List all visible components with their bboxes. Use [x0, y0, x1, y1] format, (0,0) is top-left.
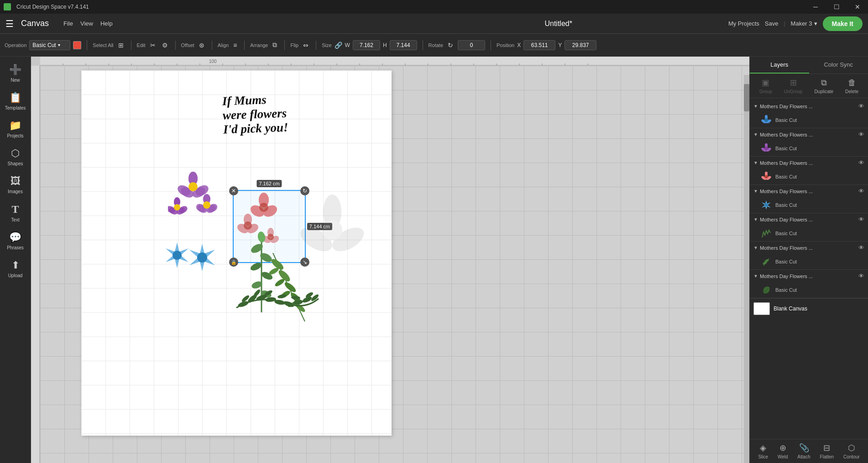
sidebar-item-text[interactable]: T Text — [2, 200, 29, 226]
layer-basic-cut-6: Basic Cut — [775, 259, 864, 264]
layer-item-3[interactable]: Basic Cut — [750, 169, 868, 184]
edit-button2[interactable]: ⚙ — [160, 41, 170, 50]
aspect-lock-handle[interactable]: 🔒 — [229, 258, 238, 267]
edit-label: Edit — [137, 42, 146, 48]
layer-thumb-5 — [761, 228, 772, 239]
layer-item-1[interactable]: Basic Cut — [750, 112, 868, 128]
eye-icon-3[interactable]: 👁 — [858, 159, 864, 166]
offset-button[interactable]: ⊛ — [197, 41, 206, 50]
arrange-group: Arrange ⧉ — [250, 40, 285, 50]
canvas-area[interactable]: 100 — [31, 57, 749, 463]
select-all-group: Select All ⊞ — [93, 41, 131, 50]
canvas-content[interactable]: If Mumswere flowersI'd pick you! — [40, 66, 749, 463]
align-button[interactable]: ≡ — [231, 41, 239, 50]
sidebar-item-upload[interactable]: ⬆ Upload — [2, 256, 29, 282]
arrange-button[interactable]: ⧉ — [271, 40, 279, 50]
sidebar-label-phrases: Phrases — [7, 245, 24, 250]
operation-select[interactable]: Basic Cut ▾ — [29, 40, 70, 50]
select-all-button[interactable]: ⊞ — [116, 41, 125, 50]
canvas-scrollbar-vertical[interactable] — [744, 75, 749, 463]
canvas-text-element[interactable]: If Mumswere flowersI'd pick you! — [222, 92, 288, 137]
height-input[interactable] — [390, 40, 417, 50]
machine-selector[interactable]: Maker 3 ▾ — [791, 20, 817, 27]
layer-header-2[interactable]: ▼ Mothers Day Flowers ... 👁 — [750, 128, 868, 141]
width-input[interactable] — [353, 40, 380, 50]
svg-point-104 — [291, 295, 301, 300]
rotate-input[interactable] — [458, 40, 485, 50]
attach-tool[interactable]: 📎 Attach — [797, 443, 810, 459]
sidebar-label-upload: Upload — [8, 273, 23, 278]
close-handle[interactable]: ✕ — [229, 186, 238, 195]
svg-point-33 — [188, 182, 198, 191]
weld-tool[interactable]: ⊕ Weld — [778, 443, 788, 459]
flip-button[interactable]: ⇔ — [301, 41, 310, 50]
layer-name-3: Mothers Day Flowers ... — [760, 160, 857, 166]
ungroup-tool[interactable]: ⊞ UnGroup — [784, 78, 803, 94]
canvas-title: Untitled* — [396, 20, 721, 28]
eye-icon-5[interactable]: 👁 — [858, 216, 864, 223]
purple-flowers-group[interactable] — [168, 171, 223, 227]
layer-basic-cut-3: Basic Cut — [775, 174, 864, 179]
sidebar-item-templates[interactable]: 📋 Templates — [2, 88, 29, 114]
save-button[interactable]: Save — [765, 20, 779, 27]
attach-label: Attach — [797, 454, 810, 459]
group-tool[interactable]: ▣ Group — [759, 78, 772, 94]
flatten-icon: ⊟ — [823, 443, 830, 453]
sidebar-item-images[interactable]: 🖼 Images — [2, 172, 29, 198]
tab-color-sync[interactable]: Color Sync — [809, 57, 868, 74]
window-controls: ─ ☐ ✕ — [805, 0, 868, 14]
scrollbar-thumb-vertical[interactable] — [744, 84, 749, 111]
sidebar-item-projects[interactable]: 📁 Projects — [2, 116, 29, 142]
minimize-button[interactable]: ─ — [805, 0, 826, 14]
delete-tool[interactable]: 🗑 Delete — [845, 78, 858, 94]
eye-icon-4[interactable]: 👁 — [858, 188, 864, 195]
duplicate-tool[interactable]: ⧉ Duplicate — [814, 78, 833, 94]
sidebar-label-shapes: Shapes — [8, 161, 23, 166]
maximize-button[interactable]: ☐ — [826, 0, 847, 14]
close-button[interactable]: ✕ — [847, 0, 868, 14]
eye-icon-6[interactable]: 👁 — [858, 244, 864, 251]
edit-button[interactable]: ✂ — [148, 41, 157, 50]
x-input[interactable] — [523, 40, 555, 50]
layer-header-7[interactable]: ▼ Mothers Day Flowers ... 👁 — [750, 270, 868, 282]
y-input[interactable] — [565, 40, 596, 50]
blue-flowers-group[interactable] — [159, 230, 223, 277]
shapes-icon: ⬡ — [11, 147, 20, 159]
size-label: Size — [322, 42, 331, 48]
blank-canvas-item[interactable]: Blank Canvas — [750, 298, 868, 319]
eye-icon-2[interactable]: 👁 — [858, 131, 864, 138]
layer-header-3[interactable]: ▼ Mothers Day Flowers ... 👁 — [750, 157, 868, 169]
weld-icon: ⊕ — [779, 443, 786, 453]
layer-header-1[interactable]: ▼ Mothers Day Flowers ... 👁 — [750, 100, 868, 112]
sidebar-item-new[interactable]: ➕ New — [2, 60, 29, 86]
contour-tool[interactable]: ⬡ Contour — [843, 443, 860, 459]
eye-icon-1[interactable]: 👁 — [858, 103, 864, 110]
nav-view[interactable]: View — [80, 20, 93, 27]
nav-file[interactable]: File — [63, 20, 73, 27]
layer-header-4[interactable]: ▼ Mothers Day Flowers ... 👁 — [750, 185, 868, 197]
nav-help[interactable]: Help — [100, 20, 113, 27]
color-swatch[interactable] — [73, 41, 81, 49]
layer-item-5[interactable]: Basic Cut — [750, 226, 868, 241]
menu-button[interactable]: ☰ — [5, 18, 14, 29]
layer-item-4[interactable]: Basic Cut — [750, 197, 868, 213]
layer-item-7[interactable]: Basic Cut — [750, 282, 868, 298]
slice-tool[interactable]: ◈ Slice — [758, 443, 768, 459]
sidebar-item-shapes[interactable]: ⬡ Shapes — [2, 144, 29, 170]
make-it-button[interactable]: Make It — [823, 16, 863, 31]
dark-fern-group[interactable] — [232, 285, 323, 323]
layer-header-5[interactable]: ▼ Mothers Day Flowers ... 👁 — [750, 213, 868, 226]
my-projects-link[interactable]: My Projects — [728, 20, 759, 27]
tab-layers[interactable]: Layers — [750, 57, 809, 74]
flatten-tool[interactable]: ⊟ Flatten — [820, 443, 834, 459]
toolbar: Operation Basic Cut ▾ Select All ⊞ Edit … — [0, 34, 868, 57]
layer-item-6[interactable]: Basic Cut — [750, 254, 868, 269]
slice-icon: ◈ — [760, 443, 766, 453]
main-area: ➕ New 📋 Templates 📁 Projects ⬡ Shapes 🖼 … — [0, 57, 868, 463]
chevron-down-icon: ▼ — [753, 104, 758, 109]
layer-header-6[interactable]: ▼ Mothers Day Flowers ... 👁 — [750, 242, 868, 254]
eye-icon-7[interactable]: 👁 — [858, 273, 864, 279]
layer-item-2[interactable]: Basic Cut — [750, 141, 868, 156]
sidebar-item-phrases[interactable]: 💬 Phrases — [2, 228, 29, 254]
group-label: Group — [759, 89, 772, 94]
